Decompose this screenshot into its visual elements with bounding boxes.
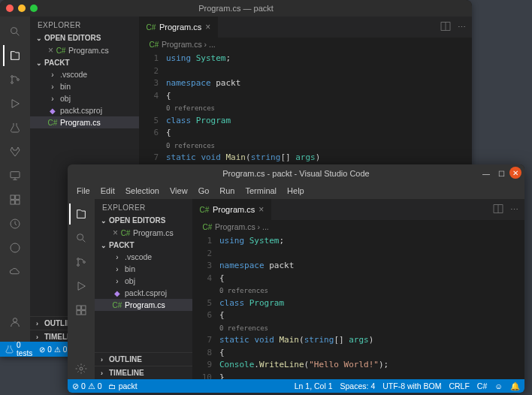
menu-run[interactable]: Run [215, 185, 239, 197]
tree-item--vscode[interactable]: ›.vscode [30, 68, 139, 80]
explorer-icon[interactable] [3, 45, 27, 66]
menu-view[interactable]: View [165, 185, 192, 197]
workspace-section[interactable]: ⌄PACKT [95, 240, 192, 251]
menu-go[interactable]: Go [194, 185, 214, 197]
run-debug-icon[interactable] [69, 276, 93, 297]
tree-item-label: packt.csproj [125, 288, 167, 297]
folder-icon: › [113, 264, 122, 273]
status-folder[interactable]: 🗀 packt [108, 381, 138, 390]
csharp-file-icon: C# [200, 205, 209, 214]
misc-icon-1[interactable] [3, 213, 27, 234]
status-problems[interactable]: ⊘0 ⚠0 [39, 345, 67, 354]
titlebar: Program.cs — packt [0, 0, 472, 17]
source-control-icon[interactable] [69, 252, 93, 273]
more-icon[interactable]: ⋯ [458, 23, 466, 32]
explorer-icon[interactable] [69, 204, 93, 225]
close-icon[interactable]: × [258, 204, 264, 215]
minimize-button[interactable]: — [479, 167, 493, 180]
menu-file[interactable]: File [72, 185, 95, 197]
tree-item-bin[interactable]: ›bin [30, 80, 139, 92]
tree-item--vscode[interactable]: ›.vscode [95, 251, 192, 263]
notifications-icon[interactable]: 🔔 [510, 381, 520, 391]
source-control-icon[interactable] [3, 69, 27, 90]
close-icon[interactable]: × [113, 228, 118, 238]
explorer-title: EXPLORER [30, 17, 139, 32]
svg-rect-20 [77, 311, 80, 315]
tree-item-label: obj [125, 276, 135, 285]
open-editors-section[interactable]: ⌄OPEN EDITORS [30, 32, 139, 44]
search-icon[interactable] [69, 228, 93, 249]
maximize-button[interactable]: ☐ [494, 167, 508, 180]
timeline-section[interactable]: ›TIMELINE [95, 366, 192, 379]
remote-icon[interactable] [3, 165, 27, 186]
open-editor-item[interactable]: ×C#Program.cs [30, 44, 139, 57]
folder-icon: › [48, 82, 57, 91]
search-icon[interactable] [3, 21, 27, 42]
tree-item-label: .vscode [125, 252, 152, 261]
status-problems[interactable]: ⊘0 ⚠0 [72, 381, 102, 390]
tab-program-cs[interactable]: C#Program.cs× [139, 17, 219, 38]
tree-item-obj[interactable]: ›obj [30, 92, 139, 104]
svg-point-0 [11, 28, 17, 34]
tree-item-bin[interactable]: ›bin [95, 263, 192, 275]
settings-icon[interactable] [69, 358, 93, 379]
close-button[interactable]: ✕ [509, 167, 521, 179]
tree-item-program-cs[interactable]: C#Program.cs [30, 116, 139, 128]
svg-point-2 [11, 82, 14, 84]
account-icon[interactable] [3, 312, 27, 333]
tab-bar: C#Program.cs× ⋯ [139, 17, 472, 38]
tree-item-label: Program.cs [125, 300, 165, 309]
breadcrumb[interactable]: C#Program.cs › ... [139, 38, 472, 51]
window-title: Program.cs — packt [0, 4, 472, 13]
menu-terminal[interactable]: Terminal [241, 185, 282, 197]
close-icon[interactable]: × [205, 22, 210, 32]
tree-item-program-cs[interactable]: C#Program.cs [95, 299, 192, 311]
open-editors-section[interactable]: ⌄OPEN EDITORS [95, 215, 192, 226]
folder-icon: › [113, 252, 122, 261]
tree-item-packt-csproj[interactable]: ◆packt.csproj [95, 287, 192, 299]
status-language[interactable]: C# [477, 381, 487, 390]
editor-area: C#Program.cs× ⋯ C#Program.cs › ... 1usin… [192, 199, 524, 379]
svg-rect-8 [16, 201, 20, 204]
breadcrumb[interactable]: C#Program.cs › ... [192, 220, 524, 234]
status-indent[interactable]: Spaces: 4 [340, 381, 376, 390]
explorer-title: EXPLORER [95, 199, 192, 215]
cloud-icon[interactable] [3, 261, 27, 282]
window-title: Program.cs - packt - Visual Studio Code [222, 169, 369, 178]
status-eol[interactable]: CRLF [449, 381, 469, 390]
workspace-section[interactable]: ⌄PACKT [30, 57, 139, 68]
status-tests[interactable]: 0 tests [5, 342, 35, 357]
gitlab-icon[interactable] [3, 141, 27, 162]
svg-point-16 [77, 264, 80, 267]
testing-icon[interactable] [3, 117, 27, 138]
feedback-icon[interactable]: ☺ [494, 381, 503, 390]
extensions-icon[interactable] [3, 189, 27, 210]
split-editor-icon[interactable] [492, 203, 504, 216]
extensions-icon[interactable] [69, 300, 93, 321]
split-editor-icon[interactable] [440, 20, 452, 34]
menu-selection[interactable]: Selection [121, 185, 164, 197]
tree-item-label: bin [60, 82, 71, 91]
menu-help[interactable]: Help [283, 185, 309, 197]
close-icon[interactable]: × [48, 45, 53, 56]
run-debug-icon[interactable] [3, 93, 27, 114]
outline-section[interactable]: ›OUTLINE [95, 352, 192, 366]
tree-item-obj[interactable]: ›obj [95, 275, 192, 287]
more-icon[interactable]: ⋯ [510, 205, 518, 215]
svg-point-1 [11, 76, 14, 78]
svg-point-11 [13, 318, 17, 322]
csproj-file-icon: ◆ [48, 106, 57, 115]
tab-bar: C#Program.cs× ⋯ [192, 199, 524, 220]
folder-icon: › [48, 94, 57, 103]
csharp-file-icon: C# [150, 40, 159, 49]
tree-item-packt-csproj[interactable]: ◆packt.csproj [30, 104, 139, 116]
vscode-window-linux: Program.cs - packt - Visual Studio Code … [68, 164, 524, 393]
code-editor[interactable]: 1using System;23namespace packt4{ 0 refe… [192, 234, 524, 379]
misc-icon-2[interactable] [3, 237, 27, 258]
status-encoding[interactable]: UTF-8 with BOM [382, 381, 441, 390]
tab-program-cs[interactable]: C#Program.cs× [192, 199, 272, 220]
svg-rect-5 [11, 195, 14, 199]
menu-edit[interactable]: Edit [96, 185, 119, 197]
open-editor-item[interactable]: ×C#Program.cs [95, 226, 192, 240]
status-cursor[interactable]: Ln 1, Col 1 [295, 381, 333, 390]
